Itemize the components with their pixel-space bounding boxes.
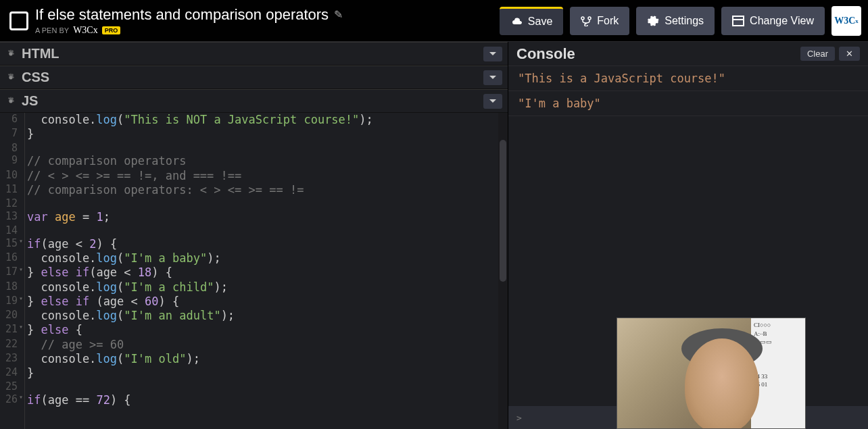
line-number: 24 (0, 366, 22, 380)
chevron-down-icon (489, 99, 497, 104)
pen-title-text: If else statements and comparison operat… (35, 6, 329, 24)
code-content[interactable]: // comparison operators: < > <= >= == != (22, 183, 304, 197)
console-line: "I'm a baby" (508, 91, 868, 116)
code-content[interactable]: } (22, 366, 34, 380)
change-view-button[interactable]: Change View (721, 7, 825, 35)
settings-label: Settings (665, 15, 704, 27)
gear-icon[interactable] (5, 96, 16, 107)
code-content[interactable]: if(age < 2) { (22, 237, 117, 251)
code-line[interactable]: 26if(age == 72) {▾ (0, 393, 508, 407)
fork-icon (581, 16, 592, 26)
code-line[interactable]: 25 (0, 380, 508, 393)
svg-rect-0 (733, 16, 744, 26)
code-line[interactable]: 7} (0, 127, 508, 141)
line-number: 7 (0, 127, 22, 141)
js-panel-toggle[interactable] (483, 94, 502, 109)
clear-console-button[interactable]: Clear (800, 47, 835, 61)
line-number: 6 (0, 113, 22, 127)
title-area: If else statements and comparison operat… (35, 6, 500, 36)
line-number: 23 (0, 352, 22, 366)
code-line[interactable]: 15if(age < 2) {▾ (0, 237, 508, 251)
scrollbar-thumb[interactable] (500, 140, 506, 282)
code-content[interactable]: } else if (age < 60) { (22, 295, 179, 309)
code-content[interactable]: if(age == 72) { (22, 393, 131, 407)
code-line[interactable]: 6 console.log("This is NOT a JavaScript … (0, 113, 508, 127)
console-title: Console (516, 45, 796, 63)
fork-label: Fork (597, 15, 619, 27)
code-content[interactable]: console.log("I'm a baby"); (22, 251, 221, 266)
line-number: 14 (0, 224, 22, 237)
change-view-label: Change View (750, 15, 814, 27)
code-content[interactable]: // < > <= >= == !=, and === !== (22, 169, 241, 183)
line-number: 13 (0, 210, 22, 224)
line-number: 20 (0, 309, 22, 323)
code-line[interactable]: 9// comparison operators (0, 154, 508, 168)
code-content[interactable]: console.log("I'm old"); (22, 352, 200, 366)
save-button[interactable]: Save (500, 7, 563, 35)
edit-icon[interactable]: ✎ (334, 8, 343, 21)
line-number: 8 (0, 142, 22, 155)
code-content[interactable]: console.log("I'm a child"); (22, 280, 228, 295)
codepen-logo-icon[interactable] (9, 11, 28, 30)
layout-icon (732, 16, 744, 26)
chevron-down-icon (489, 75, 497, 80)
webcam-overlay: CI○○○A:··B▭▭▭04 3306 01 (617, 318, 806, 429)
meta-prefix: A PEN BY (35, 26, 69, 34)
code-line[interactable]: 24} (0, 366, 508, 380)
code-line[interactable]: 11// comparison operators: < > <= >= == … (0, 183, 508, 197)
js-panel-header[interactable]: JS (0, 89, 508, 113)
code-content[interactable]: console.log("I'm an adult"); (22, 309, 235, 323)
code-line[interactable]: 21} else {▾ (0, 323, 508, 337)
fold-icon[interactable]: ▾ (19, 266, 23, 274)
person-face (685, 338, 759, 429)
code-content[interactable]: console.log("This is NOT a JavaScript co… (22, 113, 373, 127)
code-line[interactable]: 10// < > <= >= == !=, and === !== (0, 169, 508, 183)
fold-icon[interactable]: ▾ (19, 393, 23, 402)
js-editor[interactable]: 6 console.log("This is NOT a JavaScript … (0, 113, 508, 429)
css-panel-header[interactable]: CSS (0, 66, 508, 89)
code-line[interactable]: 17} else if(age < 18) {▾ (0, 266, 508, 280)
gear-icon[interactable] (5, 49, 16, 59)
pen-title[interactable]: If else statements and comparison operat… (35, 6, 500, 24)
fold-icon[interactable]: ▾ (19, 295, 23, 303)
profile-logo[interactable]: W3Cx (831, 6, 861, 36)
code-line[interactable]: 14 (0, 224, 508, 237)
code-line[interactable]: 8 (0, 142, 508, 155)
code-content[interactable]: // age >= 60 (22, 338, 124, 352)
author-link[interactable]: W3Cx (73, 25, 98, 36)
line-number: 11 (0, 183, 22, 197)
js-panel-title: JS (22, 93, 483, 109)
gear-icon[interactable] (5, 72, 16, 83)
fork-button[interactable]: Fork (570, 7, 629, 35)
line-number: 22 (0, 338, 22, 352)
code-line[interactable]: 18 console.log("I'm a child"); (0, 280, 508, 295)
pro-badge: PRO (102, 26, 121, 34)
code-content[interactable]: } (22, 127, 34, 141)
code-line[interactable]: 16 console.log("I'm a baby"); (0, 251, 508, 266)
code-line[interactable]: 22 // age >= 60 (0, 338, 508, 352)
line-number: 12 (0, 197, 22, 210)
code-line[interactable]: 23 console.log("I'm old"); (0, 352, 508, 366)
fold-icon[interactable]: ▾ (19, 323, 23, 332)
html-panel-header[interactable]: HTML (0, 42, 508, 66)
close-console-button[interactable]: ✕ (839, 47, 860, 61)
code-content[interactable]: } else if(age < 18) { (22, 266, 172, 280)
code-line[interactable]: 13var age = 1; (0, 210, 508, 224)
fold-icon[interactable]: ▾ (19, 237, 23, 246)
code-content[interactable]: // comparison operators (22, 154, 186, 168)
line-number: 16 (0, 251, 22, 266)
line-number: 25 (0, 380, 22, 393)
html-panel-toggle[interactable] (483, 47, 502, 61)
code-content[interactable]: } else { (22, 323, 82, 337)
code-line[interactable]: 19} else if (age < 60) {▾ (0, 295, 508, 309)
css-panel-toggle[interactable] (483, 70, 502, 85)
gear-icon (647, 15, 659, 27)
code-line[interactable]: 12 (0, 197, 508, 210)
prompt-symbol: > (516, 413, 522, 423)
code-content[interactable]: var age = 1; (22, 210, 110, 224)
console-header: Console Clear ✕ (508, 42, 868, 66)
code-line[interactable]: 20 console.log("I'm an adult"); (0, 309, 508, 323)
editors-column: HTML CSS JS 6 console.log("This is NO (0, 42, 508, 429)
header-buttons: Save Fork Settings Change View W3Cx (500, 6, 861, 36)
settings-button[interactable]: Settings (636, 7, 715, 35)
